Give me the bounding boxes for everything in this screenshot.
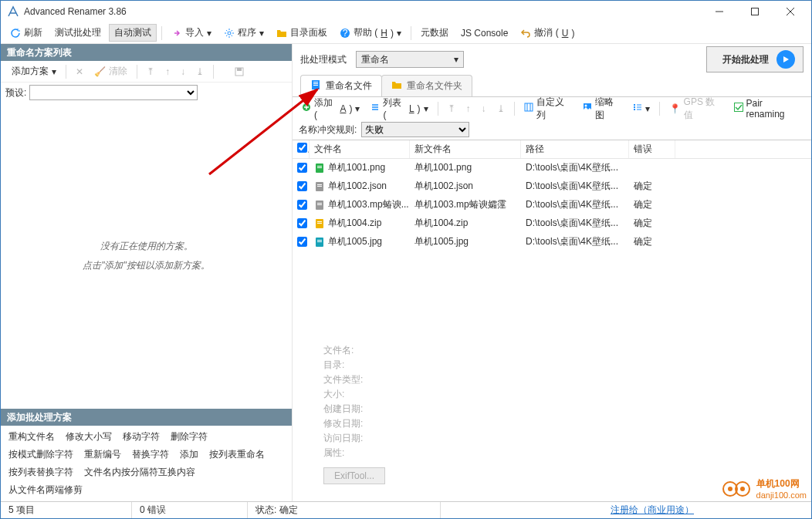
custom-columns-button[interactable]: 自定义列 [521,94,575,123]
add-method-link[interactable]: 删除字符 [171,430,208,443]
col-error[interactable]: 错误 [629,140,675,158]
move-bottom-button[interactable]: ⤓ [494,102,508,116]
checkbox-icon [734,103,743,114]
add-method-link[interactable]: 按列表替换字符 [8,466,73,479]
menu-dirpanel[interactable]: 目录面板 [272,25,332,41]
add-method-link[interactable]: 重构文件名 [8,430,55,443]
svg-rect-6 [237,68,242,71]
move-up-button[interactable]: ↑ [463,102,474,116]
right-panel: 批处理模式 重命名▾ 开始批处理 重命名文件 重命名文件夹 添加 (A) ▾ 列… [293,44,811,501]
move-top-button[interactable]: ⤒ [445,102,458,116]
maximize-button[interactable] [737,1,773,22]
table-row[interactable]: 单机1004.zip 单机1004.zip D:\tools\桌面\4K壁纸..… [293,214,811,233]
menu-undo[interactable]: 撤消 (U) [516,25,579,41]
check-all[interactable] [297,143,307,153]
preset-label: 预设: [5,86,26,99]
watermark: 单机100网danji100.com [722,477,807,500]
clear-methods-button[interactable]: 🧹清除 [91,63,130,79]
tab-rename-folders[interactable]: 重命名文件夹 [381,75,472,96]
svg-text:?: ? [343,28,348,39]
addpanel-header: 添加批处理方案 [1,409,292,426]
left-panel: 重命名方案列表 添加方案 ▾ ✕ 🧹清除 ⤒ ↑ ↓ ⤓ 预设: 没有正在使用的… [1,44,293,501]
add-method-link[interactable]: 重新编号 [84,448,121,461]
svg-rect-26 [317,203,322,204]
row-checkbox[interactable] [297,237,307,247]
menu-help[interactable]: ?帮助 (H) ▾ [335,25,406,41]
svg-rect-24 [317,186,322,187]
row-checkbox[interactable] [297,163,307,173]
help-icon: ? [340,28,350,39]
tab-rename-files[interactable]: 重命名文件 [300,75,382,96]
rule-select[interactable]: 失败 [361,122,469,137]
import-icon [171,28,182,39]
menu-metadata[interactable]: 元数据 [416,25,453,41]
move-down-button[interactable]: ↓ [178,65,188,79]
pair-renaming-toggle[interactable]: Pair renaming [731,96,805,121]
thumbnail-icon [583,103,592,114]
svg-rect-15 [634,104,635,106]
move-top-button[interactable]: ⤒ [144,65,157,79]
status-state: 状态: 确定 [248,502,441,518]
col-path[interactable]: 路径 [521,140,629,158]
row-checkbox[interactable] [297,181,307,191]
add-method-link[interactable]: 文件名内按分隔符互换内容 [84,466,195,479]
file-table: 文件名 新文件名 路径 错误 单机1001.png 单机1001.png D:\… [293,140,811,336]
list-button[interactable]: 列表 (L) ▾ [367,95,431,122]
pin-icon: 📍 [669,103,681,114]
menu-refresh[interactable]: 刷新 [5,25,47,41]
row-checkbox[interactable] [297,218,307,228]
row-checkbox[interactable] [297,200,307,210]
move-bottom-button[interactable]: ⤓ [193,65,207,79]
table-row[interactable]: 单机1002.json 单机1002.json D:\tools\桌面\4K壁纸… [293,177,811,196]
add-method-link[interactable]: 按模式删除字符 [8,448,73,461]
preset-select[interactable] [29,85,198,100]
add-files-button[interactable]: 添加 (A) ▾ [299,95,363,122]
file-icon [310,79,321,93]
add-method-link[interactable]: 按列表重命名 [209,448,265,461]
col-filename[interactable]: 文件名 [310,140,410,158]
view-mode-button[interactable]: ▾ [630,101,653,116]
save-button[interactable] [231,65,248,79]
add-method-link[interactable]: 从文件名两端修剪 [8,484,83,497]
add-method-link[interactable]: 替换字符 [132,448,169,461]
gps-button[interactable]: 📍GPS 数值 [666,94,726,123]
svg-rect-9 [313,83,318,84]
start-batch-button[interactable]: 开始批处理 [706,46,804,72]
minimize-button[interactable] [702,1,737,22]
empty-methods-message: 没有正在使用的方案。 点击"添加"按钮以添加新方案。 [1,103,292,409]
table-row[interactable]: 单机1005.jpg 单机1005.jpg D:\tools\桌面\4K壁纸..… [293,233,811,251]
list-icon [370,103,380,114]
mode-select[interactable]: 重命名▾ [356,51,464,68]
menu-jsconsole[interactable]: JS Console [456,26,513,40]
menu-autotest[interactable]: 自动测试 [109,24,157,42]
add-method-link[interactable]: 添加 [180,448,198,461]
mode-label: 批处理模式 [300,53,347,66]
exiftool-button[interactable]: ExifTool... [323,467,385,484]
menu-import[interactable]: 导入 ▾ [167,25,216,41]
col-newname[interactable]: 新文件名 [410,140,521,158]
add-method-link[interactable]: 移动字符 [123,430,160,443]
add-method-link[interactable]: 修改大小写 [66,430,112,443]
register-link[interactable]: 注册给（商业用途） [611,504,694,517]
folder-icon [391,79,402,93]
table-row[interactable]: 单机1003.mp蝽谀... 单机1003.mp蝽谀孀霪 D:\tools\桌面… [293,196,811,214]
status-items: 5 项目 [1,502,132,518]
add-method-button[interactable]: 添加方案 ▾ [5,63,59,79]
titlebar: Advanced Renamer 3.86 [1,1,811,22]
thumbnail-button[interactable]: 缩略图 [580,94,625,123]
move-up-button[interactable]: ↑ [162,65,173,79]
close-button[interactable] [773,1,808,22]
svg-point-36 [728,487,732,491]
menu-testbatch[interactable]: 测试批处理 [50,25,106,41]
menu-program[interactable]: 程序 ▾ [219,25,269,41]
chevron-down-icon: ▾ [454,54,458,65]
svg-rect-0 [752,8,759,15]
open-folder-button[interactable] [220,65,226,79]
rule-label: 名称冲突规则: [299,123,357,136]
delete-method-button[interactable]: ✕ [73,65,86,79]
move-down-button[interactable]: ↓ [479,102,489,116]
svg-rect-21 [317,167,322,168]
broom-icon: 🧹 [94,66,106,77]
table-row[interactable]: 单机1001.png 单机1001.png D:\tools\桌面\4K壁纸..… [293,159,811,177]
svg-rect-27 [317,204,322,205]
